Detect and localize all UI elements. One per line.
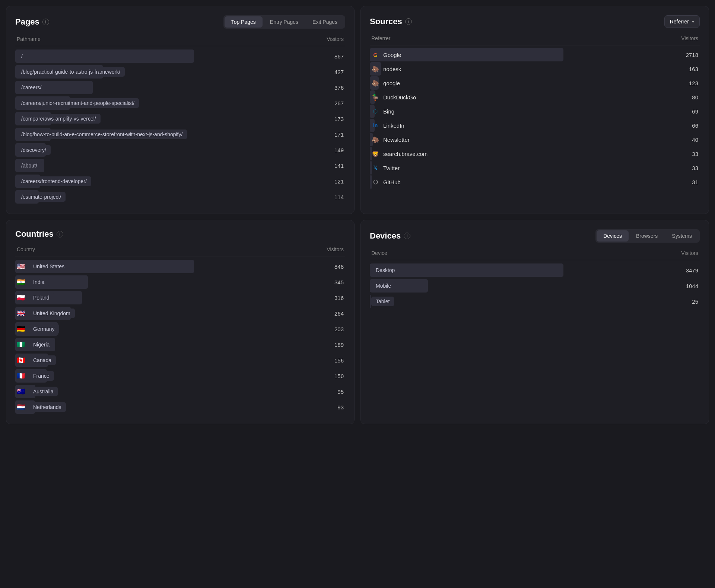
table-row[interactable]: /careers/junior-recruitment-and-people-s… — [15, 95, 345, 111]
pages-header: Pages i Top Pages Entry Pages Exit Pages — [15, 15, 345, 29]
countries-info-icon[interactable]: i — [57, 231, 63, 237]
col-pathname: Pathname — [17, 36, 41, 42]
pages-info-icon[interactable]: i — [42, 19, 49, 25]
visitor-count: 149 — [334, 147, 344, 153]
visitor-count: 156 — [334, 357, 344, 364]
row-left: G Google — [371, 51, 401, 59]
table-row[interactable]: Desktop 3479 — [370, 262, 700, 278]
row-left: /careers/frontend-developer/ — [17, 176, 91, 186]
row-left: /compare/aws-amplify-vs-vercel/ — [17, 114, 101, 124]
table-row[interactable]: Mobile 1044 — [370, 278, 700, 294]
table-row[interactable]: 🦣 google 123 — [370, 76, 700, 90]
chevron-down-icon: ▾ — [692, 19, 694, 24]
table-row[interactable]: 🦣 nodesk 163 — [370, 62, 700, 76]
tab-devices[interactable]: Devices — [597, 230, 629, 242]
visitor-count: 867 — [334, 53, 344, 60]
source-icon: 🦣 — [371, 135, 379, 144]
table-row[interactable]: Tablet 25 — [370, 294, 700, 309]
table-row[interactable]: 🇩🇪 Germany 203 — [15, 321, 345, 337]
devices-tab-group: Devices Browsers Systems — [595, 229, 700, 243]
source-icon: 🦣 — [371, 79, 379, 87]
google-small-icon: 🦣 — [372, 80, 379, 87]
country-flag: 🇳🇱 — [17, 403, 25, 411]
devices-info-icon[interactable]: i — [404, 233, 410, 239]
table-row[interactable]: /blog/practical-guide-to-astro-js-framew… — [15, 64, 345, 80]
row-left: 🇮🇳 India — [17, 277, 49, 287]
tab-systems[interactable]: Systems — [665, 230, 699, 242]
pathname-badge: /estimate-project/ — [17, 192, 66, 202]
table-row[interactable]: /careers/frontend-developer/ 121 — [15, 173, 345, 189]
visitor-count: 123 — [689, 80, 698, 86]
visitor-count: 33 — [692, 165, 698, 171]
visitor-count: 316 — [334, 295, 344, 301]
table-row[interactable]: 🇺🇸 United States 848 — [15, 259, 345, 274]
pathname-badge: /blog/practical-guide-to-astro-js-framew… — [17, 67, 125, 77]
pages-col-headers: Pathname Visitors — [15, 36, 345, 46]
source-name: GitHub — [383, 179, 401, 185]
sources-info-icon[interactable]: i — [405, 18, 412, 25]
country-flag: 🇬🇧 — [17, 309, 25, 317]
source-icon: G — [371, 51, 379, 59]
table-row[interactable]: 🇨🇦 Canada 156 — [15, 352, 345, 368]
table-row[interactable]: 🇮🇳 India 345 — [15, 274, 345, 290]
table-row[interactable]: /careers/ 376 — [15, 80, 345, 95]
row-left: 𝕏 Twitter — [371, 164, 400, 172]
country-name: United Kingdom — [29, 309, 75, 318]
table-row[interactable]: 🇵🇱 Poland 316 — [15, 290, 345, 306]
table-row[interactable]: 🇦🇺 Australia 95 — [15, 384, 345, 399]
brave-icon: 🦁 — [372, 150, 379, 157]
countries-list: 🇺🇸 United States 848 🇮🇳 India 345 🇵🇱 Pol… — [15, 259, 345, 415]
tab-exit-pages[interactable]: Exit Pages — [306, 16, 344, 28]
twitter-icon: 𝕏 — [373, 164, 378, 171]
table-row[interactable]: ⬡ GitHub 31 — [370, 175, 700, 189]
pathname-badge: /careers/junior-recruitment-and-people-s… — [17, 98, 139, 108]
table-row[interactable]: /discovery/ 149 — [15, 142, 345, 158]
row-left: /discovery/ — [17, 145, 51, 155]
tab-browsers[interactable]: Browsers — [629, 230, 664, 242]
row-left: 🇫🇷 France — [17, 371, 54, 381]
visitor-count: 95 — [337, 389, 344, 395]
table-row[interactable]: 🇳🇱 Netherlands 93 — [15, 399, 345, 415]
table-row[interactable]: 𝕏 Twitter 33 — [370, 161, 700, 175]
pathname-badge: /careers/frontend-developer/ — [17, 176, 91, 186]
referrer-dropdown[interactable]: Referrer ▾ — [664, 15, 700, 28]
row-left: /careers/junior-recruitment-and-people-s… — [17, 98, 139, 108]
table-row[interactable]: /blog/how-to-build-an-e-commerce-storefr… — [15, 127, 345, 142]
country-name: Nigeria — [29, 340, 54, 349]
table-row[interactable]: /about/ 141 — [15, 158, 345, 173]
table-row[interactable]: 🇳🇬 Nigeria 189 — [15, 337, 345, 352]
tab-top-pages[interactable]: Top Pages — [225, 16, 263, 28]
col-country: Country — [17, 246, 35, 252]
tab-entry-pages[interactable]: Entry Pages — [263, 16, 305, 28]
visitor-count: 264 — [334, 310, 344, 317]
table-row[interactable]: ⬡ Bing 69 — [370, 104, 700, 118]
visitor-count: 267 — [334, 100, 344, 106]
google-icon: G — [373, 52, 378, 58]
table-row[interactable]: / 867 — [15, 48, 345, 64]
sources-title: Sources — [370, 17, 402, 26]
countries-panel: Countries i Country Visitors 🇺🇸 United S… — [6, 220, 355, 424]
row-left: in LinkedIn — [371, 121, 404, 130]
visitor-count: 69 — [692, 108, 698, 115]
referrer-label: Referrer — [670, 19, 689, 25]
row-left: /estimate-project/ — [17, 192, 66, 202]
source-icon: ⬡ — [371, 178, 379, 186]
table-row[interactable]: /estimate-project/ 114 — [15, 189, 345, 205]
pathname-badge: /blog/how-to-build-an-e-commerce-storefr… — [17, 130, 187, 139]
source-name: Newsletter — [383, 137, 410, 143]
table-row[interactable]: 🇫🇷 France 150 — [15, 368, 345, 384]
table-row[interactable]: 🦣 Newsletter 40 — [370, 132, 700, 147]
visitor-count: 173 — [334, 116, 344, 122]
table-row[interactable]: 🦆 DuckDuckGo 80 — [370, 90, 700, 104]
table-row[interactable]: 🇬🇧 United Kingdom 264 — [15, 306, 345, 321]
source-name: nodesk — [383, 66, 401, 72]
country-flag: 🇵🇱 — [17, 294, 25, 302]
table-row[interactable]: in LinkedIn 66 — [370, 118, 700, 132]
nodesk-icon: 🦣 — [372, 65, 379, 73]
table-row[interactable]: G Google 2718 — [370, 48, 700, 62]
table-row[interactable]: 🦁 search.brave.com 33 — [370, 147, 700, 161]
source-name: Twitter — [383, 165, 400, 171]
row-left: 🇺🇸 United States — [17, 262, 69, 271]
table-row[interactable]: /compare/aws-amplify-vs-vercel/ 173 — [15, 111, 345, 127]
pages-title: Pages — [15, 17, 39, 27]
